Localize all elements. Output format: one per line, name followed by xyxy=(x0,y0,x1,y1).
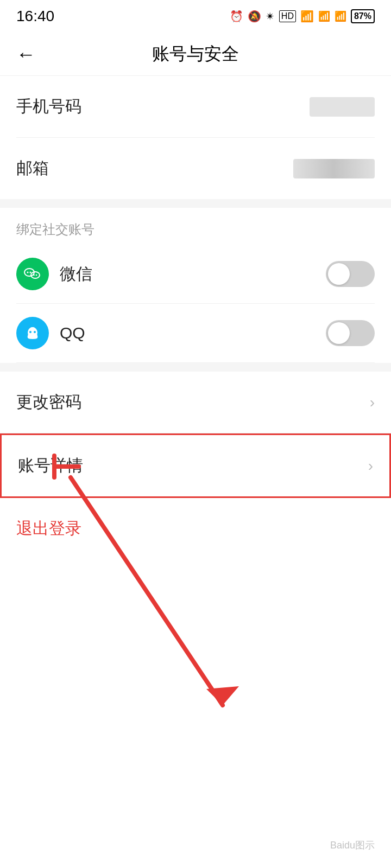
page-header: ← 账号与安全 xyxy=(0,33,391,76)
watermark: Baidu图示 xyxy=(330,839,375,852)
status-bar: 16:40 ⏰ 🔕 ✴ HD 📶 📶 📶 87% xyxy=(0,0,391,33)
wechat-label: 微信 xyxy=(60,263,92,285)
account-details-item[interactable]: 账号详情 › xyxy=(0,433,391,498)
signal2-icon: 📶 xyxy=(335,10,346,22)
divider-1 xyxy=(0,199,391,208)
alarm-icon: ⏰ xyxy=(230,10,243,23)
svg-point-7 xyxy=(29,331,31,333)
wechat-toggle[interactable] xyxy=(326,261,375,287)
svg-point-2 xyxy=(30,272,31,273)
qq-left: QQ xyxy=(16,317,85,349)
wechat-left: 微信 xyxy=(16,258,92,290)
qq-icon xyxy=(16,317,49,349)
svg-point-10 xyxy=(30,327,35,330)
phone-value-blurred xyxy=(310,97,375,117)
back-button[interactable]: ← xyxy=(16,43,36,66)
change-password-label: 更改密码 xyxy=(16,391,81,413)
social-binding-section: 绑定社交账号 微信 xyxy=(0,208,391,363)
content-area: 手机号码 邮箱 绑定社交账号 xyxy=(0,76,391,559)
back-icon: ← xyxy=(16,43,36,66)
bluetooth-icon: ✴ xyxy=(266,10,275,23)
qq-item[interactable]: QQ xyxy=(16,304,375,363)
status-icons: ⏰ 🔕 ✴ HD 📶 📶 📶 87% xyxy=(230,9,375,23)
svg-point-8 xyxy=(34,331,36,333)
logout-button[interactable]: 退出登录 xyxy=(16,519,81,537)
svg-point-5 xyxy=(36,275,37,276)
account-info-section: 手机号码 邮箱 xyxy=(0,76,391,199)
phone-setting-item[interactable]: 手机号码 xyxy=(16,76,375,138)
signal1-icon: 📶 xyxy=(318,10,330,22)
wechat-item[interactable]: 微信 xyxy=(16,245,375,304)
logout-section: 退出登录 xyxy=(0,498,391,559)
battery-icon: 87% xyxy=(351,9,375,23)
wechat-icon xyxy=(16,258,49,290)
email-label: 邮箱 xyxy=(16,157,49,180)
social-section-title: 绑定社交账号 xyxy=(16,208,375,245)
hd-icon: HD xyxy=(279,10,296,22)
account-details-chevron: › xyxy=(368,457,373,475)
change-password-item[interactable]: 更改密码 › xyxy=(0,372,391,433)
divider-2 xyxy=(0,363,391,372)
email-setting-item[interactable]: 邮箱 xyxy=(16,138,375,199)
change-password-chevron: › xyxy=(370,394,375,411)
account-details-label: 账号详情 xyxy=(18,455,83,477)
svg-point-4 xyxy=(33,275,35,276)
svg-point-1 xyxy=(27,272,29,273)
phone-label: 手机号码 xyxy=(16,95,81,118)
wifi-icon: 📶 xyxy=(300,10,314,23)
page-title: 账号与安全 xyxy=(152,42,239,66)
qq-label: QQ xyxy=(60,324,85,342)
status-time: 16:40 xyxy=(16,8,54,25)
qq-toggle[interactable] xyxy=(326,320,375,346)
email-value-blurred xyxy=(293,159,375,178)
svg-marker-12 xyxy=(206,686,239,705)
mute-icon: 🔕 xyxy=(248,10,261,23)
